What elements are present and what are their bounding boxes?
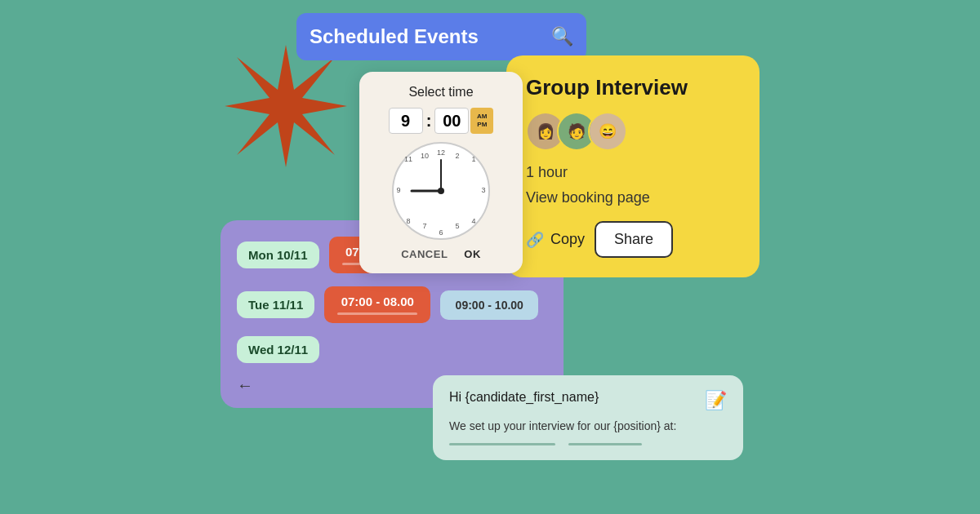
svg-text:3: 3: [481, 186, 485, 194]
edit-icon[interactable]: 📝: [705, 390, 727, 411]
group-duration: 1 hour: [526, 164, 740, 181]
svg-text:4: 4: [471, 217, 475, 225]
svg-text:1: 1: [471, 155, 475, 163]
day-badge-tue: Tue 11/11: [237, 291, 314, 318]
time-picker-title: Select time: [372, 85, 510, 100]
calendar-row-wed: Wed 12/11: [237, 336, 547, 363]
avatars-row: 👩 🧑 😄: [526, 112, 740, 151]
calendar-row-tue: Tue 11/11 07:00 - 08.00 09:00 - 10.00: [237, 286, 547, 323]
svg-text:11: 11: [404, 155, 412, 163]
minutes-display[interactable]: 00: [434, 108, 469, 134]
copy-label: Copy: [550, 231, 585, 248]
svg-text:7: 7: [422, 222, 426, 230]
email-template-card: Hi {candidate_first_name} 📝 We set up yo…: [433, 375, 743, 460]
group-actions: 🔗 Copy Share: [526, 221, 740, 258]
prev-week-button[interactable]: ←: [237, 376, 253, 395]
svg-text:2: 2: [455, 152, 459, 160]
time-slot-tue-2[interactable]: 09:00 - 10.00: [440, 290, 538, 320]
avatar-3: 😄: [588, 112, 627, 151]
underline-2: [568, 443, 642, 445]
day-badge-wed: Wed 12/11: [237, 336, 319, 363]
time-picker-card: Select time 9 : 00 AM PM 12 1 3 4 6 8 9 …: [359, 72, 523, 273]
ok-button[interactable]: OK: [464, 248, 481, 260]
svg-text:5: 5: [455, 222, 459, 230]
group-interview-title: Group Interview: [526, 75, 740, 100]
day-badge-mon: Mon 10/11: [237, 241, 319, 268]
share-button[interactable]: Share: [595, 221, 673, 258]
view-booking-link[interactable]: View booking page: [526, 189, 740, 206]
email-header: Hi {candidate_first_name} 📝: [449, 390, 727, 411]
time-colon: :: [426, 112, 432, 131]
svg-text:6: 6: [439, 228, 443, 237]
cancel-button[interactable]: CANCEL: [401, 248, 448, 260]
copy-button[interactable]: 🔗 Copy: [526, 231, 585, 249]
email-body: We set up your interview for our {positi…: [449, 418, 727, 435]
svg-marker-0: [225, 45, 347, 167]
underline-1: [449, 443, 555, 445]
clock-face: 12 1 3 4 6 8 9 11 2 5 7 10: [392, 142, 490, 240]
svg-text:10: 10: [421, 152, 429, 160]
svg-text:12: 12: [437, 148, 445, 157]
time-slot-tue-1[interactable]: 07:00 - 08.00: [324, 286, 430, 323]
svg-text:8: 8: [406, 217, 410, 225]
email-underlines: [449, 443, 727, 445]
am-pm-toggle[interactable]: AM PM: [470, 108, 493, 134]
time-display: 9 : 00 AM PM: [372, 108, 510, 134]
page-title: Scheduled Events: [310, 25, 479, 48]
hour-display[interactable]: 9: [389, 108, 423, 134]
email-subject: Hi {candidate_first_name}: [449, 390, 599, 405]
svg-text:9: 9: [396, 186, 400, 194]
group-interview-card: Group Interview 👩 🧑 😄 1 hour View bookin…: [506, 55, 760, 277]
time-actions: CANCEL OK: [372, 248, 510, 260]
link-icon: 🔗: [526, 231, 544, 249]
search-icon[interactable]: 🔍: [551, 26, 573, 47]
search-bar[interactable]: Scheduled Events 🔍: [296, 13, 586, 60]
